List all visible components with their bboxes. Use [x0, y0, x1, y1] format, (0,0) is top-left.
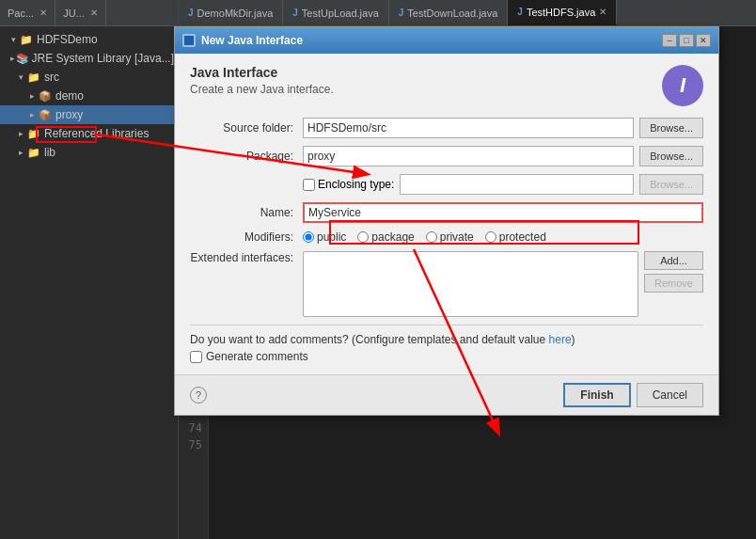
src-label: src [44, 71, 59, 84]
new-java-interface-dialog: New Java Interface – □ ✕ Java Interface … [174, 26, 719, 416]
tab-demomkdir[interactable]: J DemoMkDir.java [179, 0, 283, 25]
proxy-package-icon: 📦 [38, 107, 53, 122]
lib-arrow: ▸ [15, 148, 26, 157]
extended-buttons: Add... Remove [644, 251, 703, 293]
enclosing-type-checkbox[interactable] [303, 179, 315, 191]
tree-demo[interactable]: ▸ 📦 demo [0, 87, 178, 105]
name-input[interactable] [303, 202, 703, 223]
tab-testdownload[interactable]: J TestDownLoad.java [389, 0, 509, 25]
comments-here-link[interactable]: here [549, 333, 572, 346]
package-tab-close[interactable]: ✕ [39, 8, 47, 18]
tab-testhdfs[interactable]: J TestHDFS.java ✕ [508, 0, 617, 25]
comments-question: Do you want to add comments? (Configure … [190, 333, 703, 346]
tab-testdownload-label: TestDownLoad.java [407, 8, 497, 19]
tree-hdfsdemo[interactable]: ▾ 📁 HDFSDemo [0, 30, 178, 49]
enclosing-type-input[interactable] [400, 174, 634, 195]
modifier-public-label: public [317, 230, 346, 244]
tab-testupload[interactable]: J TestUpLoad.java [283, 0, 389, 25]
dialog-minimize-btn[interactable]: – [662, 34, 677, 47]
modifier-protected-label: protected [499, 230, 546, 244]
hdfsdemo-arrow: ▾ [8, 35, 19, 44]
dialog-close-btn[interactable]: ✕ [696, 34, 711, 47]
dialog-body: Java Interface Create a new Java interfa… [175, 54, 718, 374]
junit-tab-close[interactable]: ✕ [90, 8, 98, 18]
jre-icon: 📚 [16, 51, 29, 66]
project-tree: ▾ 📁 HDFSDemo ▸ 📚 JRE System Library [Jav… [0, 26, 178, 539]
finish-button[interactable]: Finish [563, 383, 630, 407]
hdfsdemo-folder-icon: 📁 [19, 32, 34, 47]
demo-label: demo [55, 89, 84, 103]
demo-arrow: ▸ [26, 91, 38, 101]
lib-folder-icon: 📁 [26, 145, 41, 160]
ref-lib-arrow: ▸ [15, 129, 26, 138]
package-browse-btn[interactable]: Browse... [639, 146, 703, 166]
dialog-titlebar: New Java Interface – □ ✕ [175, 27, 718, 54]
package-label: Package: [190, 150, 303, 163]
proxy-label: proxy [55, 108, 83, 121]
testupload-java-icon: J [292, 8, 298, 18]
modifier-private-radio[interactable] [426, 231, 437, 243]
package-explorer-tab[interactable]: Pac... ✕ [0, 0, 55, 25]
add-interface-btn[interactable]: Add... [644, 251, 703, 270]
name-row: Name: [190, 202, 703, 223]
modifier-private[interactable]: private [426, 230, 474, 244]
extended-interfaces-list[interactable] [303, 251, 638, 317]
generate-comments-checkbox[interactable] [190, 351, 202, 363]
jre-label: JRE System Library [Java...] [32, 52, 174, 65]
dialog-title-icon [182, 34, 196, 47]
modifier-package[interactable]: package [357, 230, 414, 244]
cancel-button[interactable]: Cancel [637, 383, 703, 407]
junit-tab-label: JU... [63, 8, 85, 19]
dialog-heading: Java Interface [190, 65, 662, 80]
dialog-maximize-btn[interactable]: □ [679, 34, 694, 47]
modifier-public-radio[interactable] [303, 231, 314, 243]
enclosing-type-row: Enclosing type: Browse... [190, 174, 703, 195]
dialog-header: Java Interface Create a new Java interfa… [190, 65, 703, 106]
extended-interfaces-row: Extended interfaces: Add... Remove [190, 251, 703, 317]
dialog-icon-letter: I [680, 73, 685, 98]
proxy-arrow: ▸ [26, 110, 38, 119]
tree-jre[interactable]: ▸ 📚 JRE System Library [Java...] [0, 49, 178, 68]
remove-interface-btn[interactable]: Remove [644, 274, 703, 293]
hdfsdemo-label: HDFSDemo [37, 33, 98, 46]
source-folder-browse-btn[interactable]: Browse... [639, 118, 703, 138]
modifier-protected-radio[interactable] [485, 231, 496, 243]
tree-referenced-libraries[interactable]: ▸ 📁 Referenced Libraries [0, 124, 178, 143]
package-tab-label: Pac... [8, 8, 34, 19]
dialog-controls: – □ ✕ [662, 34, 711, 47]
tree-proxy[interactable]: ▸ 📦 proxy [0, 105, 178, 124]
package-row: Package: Browse... [190, 146, 703, 166]
comments-question-text: Do you want to add comments? (Configure … [190, 333, 545, 346]
tab-testupload-label: TestUpLoad.java [302, 8, 379, 19]
comments-checkbox-row: Generate comments [190, 350, 703, 363]
dialog-description: Create a new Java interface. [190, 83, 662, 96]
extended-interfaces-label: Extended interfaces: [190, 251, 303, 264]
generate-comments-label: Generate comments [206, 350, 308, 363]
name-label: Name: [190, 206, 303, 219]
editor-tab-bar: J DemoMkDir.java J TestUpLoad.java J Tes… [179, 0, 756, 26]
lib-label: lib [44, 146, 55, 159]
source-folder-row: Source folder: Browse... [190, 118, 703, 138]
modifiers-row: Modifiers: public package private [190, 230, 703, 244]
comments-section: Do you want to add comments? (Configure … [190, 325, 703, 363]
ref-lib-icon: 📁 [26, 126, 41, 141]
source-folder-input[interactable] [303, 118, 634, 138]
modifiers-label: Modifiers: [190, 230, 303, 244]
demo-package-icon: 📦 [38, 88, 53, 103]
junit-tab[interactable]: JU... ✕ [55, 0, 106, 25]
modifier-public[interactable]: public [303, 230, 346, 244]
enclosing-type-browse-btn[interactable]: Browse... [639, 174, 703, 195]
testhdfs-java-icon: J [517, 7, 523, 17]
modifier-package-radio[interactable] [357, 231, 369, 243]
tab-demomkdir-label: DemoMkDir.java [197, 8, 274, 19]
tree-lib[interactable]: ▸ 📁 lib [0, 143, 178, 162]
testhdfs-tab-close[interactable]: ✕ [599, 7, 606, 17]
tab-testhdfs-label: TestHDFS.java [527, 7, 595, 18]
modifier-protected[interactable]: protected [485, 230, 546, 244]
left-panel: Pac... ✕ JU... ✕ ▾ 📁 HDFSDemo ▸ 📚 JRE Sy… [0, 0, 179, 539]
help-icon[interactable]: ? [190, 387, 207, 404]
package-input[interactable] [303, 146, 634, 166]
dialog-title: New Java Interface [182, 34, 303, 47]
modifiers-radio-group: public package private protected [303, 230, 546, 244]
tree-src[interactable]: ▾ 📁 src [0, 68, 178, 87]
